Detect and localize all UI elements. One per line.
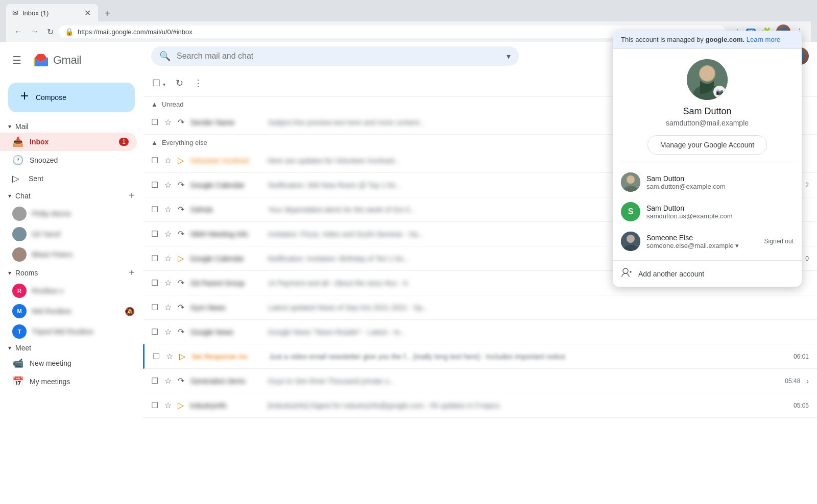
- tab-close-button[interactable]: ✕: [83, 8, 92, 17]
- search-input[interactable]: [177, 52, 500, 61]
- account-list-item[interactable]: Sam Dutton sam.dutton@example.com: [613, 167, 802, 197]
- refresh-button[interactable]: ↻: [173, 74, 186, 92]
- rooms-avatar-0: R: [12, 284, 27, 298]
- account-avatar-2: [621, 232, 640, 251]
- search-dropdown-icon[interactable]: ▾: [507, 52, 511, 61]
- my-meetings-label: My meetings: [30, 377, 129, 386]
- row-checkbox[interactable]: ☐: [151, 180, 158, 190]
- compose-button[interactable]: Compose: [8, 83, 135, 112]
- more-options-button[interactable]: ⋮: [190, 74, 206, 92]
- rooms-section-header[interactable]: ▾ Rooms +: [0, 265, 143, 281]
- snooze-icon[interactable]: ↷: [178, 180, 184, 190]
- star-icon[interactable]: ☆: [164, 254, 172, 263]
- learn-more-link[interactable]: Learn more: [747, 36, 780, 43]
- chat-item-0[interactable]: Philip Morris: [0, 204, 143, 224]
- back-button[interactable]: ←: [11, 25, 26, 38]
- new-meeting-icon: 📹: [12, 358, 23, 369]
- camera-icon[interactable]: 📷: [713, 86, 726, 98]
- rooms-item-1[interactable]: M Mid Rooibos 🔕: [0, 301, 143, 321]
- account-email-2: someone.else@mail.example ▾: [646, 242, 758, 249]
- rooms-name-2: Triped Mid Rooibos: [32, 327, 93, 336]
- account-list-item[interactable]: S Sam Dutton samdutton.us@example.com: [613, 197, 802, 226]
- star-icon[interactable]: ☆: [164, 117, 172, 127]
- snooze-icon[interactable]: ↷: [178, 117, 184, 127]
- inbox-label: Inbox: [30, 138, 113, 146]
- account-dropdown: This account is managed by google.com. L…: [613, 31, 802, 287]
- star-icon[interactable]: ☆: [164, 180, 172, 190]
- profile-avatar[interactable]: 📷: [687, 59, 728, 100]
- snooze-icon[interactable]: ↷: [178, 278, 184, 288]
- star-icon[interactable]: ☆: [166, 351, 173, 361]
- account-list: Sam Dutton sam.dutton@example.com S Sam …: [613, 163, 802, 260]
- new-tab-button[interactable]: +: [100, 6, 114, 21]
- snooze-icon[interactable]: ▷: [178, 254, 184, 263]
- rooms-item-0[interactable]: R Rooibos x: [0, 281, 143, 301]
- snooze-icon[interactable]: ↷: [178, 303, 184, 312]
- row-checkbox[interactable]: ☐: [151, 156, 158, 165]
- star-icon[interactable]: ☆: [164, 327, 172, 337]
- email-timestamp: 06:01: [783, 353, 809, 360]
- lock-icon: 🔒: [65, 28, 74, 36]
- row-checkbox[interactable]: ☐: [151, 376, 158, 386]
- profile-name: Sam Dutton: [683, 106, 731, 117]
- email-sender: industryinfo: [190, 401, 261, 410]
- mail-section-label: Mail: [15, 122, 29, 131]
- rooms-item-2[interactable]: T Triped Mid Rooibos: [0, 321, 143, 342]
- star-icon[interactable]: ☆: [164, 156, 172, 165]
- snooze-icon[interactable]: ↷: [178, 327, 184, 337]
- rooms-add-button[interactable]: +: [129, 267, 135, 279]
- star-icon[interactable]: ☆: [164, 303, 172, 312]
- browser-tab-active[interactable]: ✉ Inbox (1) ✕: [6, 4, 98, 21]
- star-icon[interactable]: ☆: [164, 278, 172, 288]
- sidebar-item-inbox[interactable]: 📥 Inbox 1: [0, 133, 137, 151]
- snooze-icon[interactable]: ▷: [178, 156, 184, 165]
- row-checkbox[interactable]: ☐: [151, 229, 158, 239]
- chat-item-2[interactable]: Bikart Peters: [0, 244, 143, 265]
- select-all-button[interactable]: ☐ ▾: [149, 74, 169, 92]
- hamburger-menu-button[interactable]: ☰: [8, 50, 26, 70]
- sidebar-item-new-meeting[interactable]: 📹 New meeting: [0, 354, 137, 372]
- account-list-item[interactable]: Someone Else someone.else@mail.example ▾…: [613, 226, 802, 256]
- table-row[interactable]: ☐ ☆ ↷ Google News Google News "News Read…: [143, 320, 817, 344]
- row-checkbox[interactable]: ☐: [153, 351, 160, 361]
- row-checkbox[interactable]: ☐: [151, 278, 158, 288]
- email-timestamp: 05:48: [775, 377, 800, 385]
- expand-icon[interactable]: ›: [806, 377, 809, 385]
- snoozed-icon: 🕐: [12, 155, 23, 166]
- snooze-icon[interactable]: ↷: [178, 376, 184, 386]
- row-checkbox[interactable]: ☐: [151, 117, 158, 127]
- sidebar-item-my-meetings[interactable]: 📅 My meetings: [0, 372, 137, 391]
- add-account-item[interactable]: Add another account: [613, 260, 802, 287]
- mail-section-header[interactable]: ▾ Mail: [0, 120, 143, 133]
- star-icon[interactable]: ☆: [164, 229, 172, 239]
- row-checkbox[interactable]: ☐: [151, 400, 158, 410]
- snooze-icon[interactable]: ▷: [178, 400, 184, 410]
- search-bar[interactable]: 🔍 ▾: [151, 46, 519, 66]
- star-icon[interactable]: ☆: [164, 400, 172, 410]
- snooze-icon[interactable]: ↷: [178, 229, 184, 239]
- meet-section-header[interactable]: ▾ Meet: [0, 342, 143, 354]
- chat-avatar-0: [12, 207, 27, 221]
- chat-section-header[interactable]: ▾ Chat +: [0, 188, 143, 204]
- table-row[interactable]: ☐ ☆ ▷ industryinfo [Industryinfo] Digest…: [143, 393, 817, 418]
- row-checkbox[interactable]: ☐: [151, 327, 158, 337]
- email-snippet: Latest updated News of Sep-Oct 2021 2021…: [268, 304, 777, 312]
- refresh-button[interactable]: ↻: [44, 25, 57, 39]
- table-row[interactable]: ☐ ☆ ↷ Gym News Latest updated News of Se…: [143, 295, 817, 320]
- table-row[interactable]: ☐ ☆ ↷ Generation Items Guys to See three…: [143, 369, 817, 393]
- row-checkbox[interactable]: ☐: [151, 303, 158, 312]
- snooze-icon[interactable]: ▷: [179, 351, 185, 361]
- star-icon[interactable]: ☆: [164, 205, 172, 214]
- table-row[interactable]: ☐ ☆ ▷ Set Response Inc Just a video emai…: [143, 344, 817, 369]
- star-icon[interactable]: ☆: [164, 376, 172, 386]
- meet-chevron-icon: ▾: [8, 344, 11, 351]
- chat-item-1[interactable]: Gil Yanof: [0, 224, 143, 244]
- manage-account-button[interactable]: Manage your Google Account: [647, 135, 767, 155]
- sidebar-item-sent[interactable]: ▷ Sent: [0, 169, 137, 188]
- sidebar-item-snoozed[interactable]: 🕐 Snoozed: [0, 151, 137, 169]
- row-checkbox[interactable]: ☐: [151, 205, 158, 214]
- snooze-icon[interactable]: ↷: [178, 205, 184, 214]
- row-checkbox[interactable]: ☐: [151, 254, 158, 263]
- forward-button[interactable]: →: [28, 25, 42, 38]
- chat-add-button[interactable]: +: [129, 190, 135, 201]
